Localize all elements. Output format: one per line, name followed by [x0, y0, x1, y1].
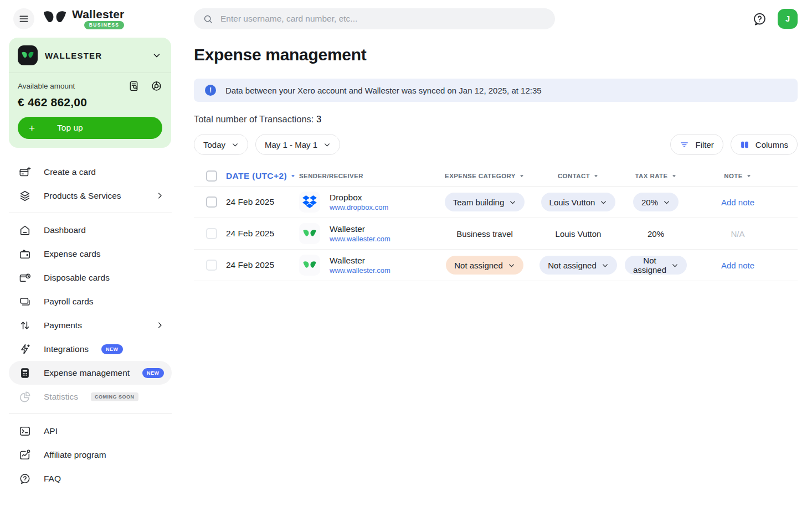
- chevron-down-icon: [152, 51, 161, 60]
- calculator-icon: [19, 367, 31, 379]
- account-name: WALLESTER: [45, 51, 145, 60]
- sidebar-item-label: Expense cards: [44, 249, 101, 259]
- sidebar-item-expense-management[interactable]: Expense managementNEW: [9, 361, 172, 385]
- date-range-dropdown[interactable]: May 1 - May 1: [255, 134, 340, 155]
- chevron-down-icon: [232, 141, 239, 148]
- table-row: 24 Feb 2025Dropboxwww.dropbox.comTeam bu…: [194, 187, 798, 218]
- account-balance: Available amount € 462 862,00 + Top up: [9, 73, 171, 148]
- contact-select[interactable]: Not assigned: [539, 256, 617, 275]
- sidebar-item-payroll-cards[interactable]: Payroll cards: [9, 289, 172, 313]
- sidebar-item-label: API: [44, 426, 58, 436]
- merchant-url[interactable]: www.dropbox.com: [330, 203, 388, 211]
- transfers-icon: [19, 319, 31, 332]
- sidebar-item-payments[interactable]: Payments: [9, 313, 172, 337]
- contact-select[interactable]: Louis Vutton: [541, 193, 616, 211]
- sidebar-item-label: Dashboard: [44, 225, 86, 235]
- sidebar-item-affiliate-program[interactable]: Affiliate program: [9, 443, 172, 467]
- payroll-icon: [19, 296, 31, 308]
- expense-category-select[interactable]: Team building: [445, 193, 525, 211]
- select-all-checkbox[interactable]: [206, 170, 217, 182]
- limits-icon[interactable]: [151, 80, 162, 92]
- sidebar-item-faq[interactable]: FAQ: [9, 467, 172, 490]
- note-link[interactable]: Add note: [721, 261, 754, 270]
- sidebar-item-disposable-cards[interactable]: Disposable cards: [9, 266, 172, 289]
- columns-button[interactable]: Columns: [731, 134, 798, 155]
- chevron-right-icon: [156, 192, 164, 200]
- contact-value: Louis Vutton: [556, 229, 602, 239]
- main-content: J Expense management ! Data between your…: [172, 0, 812, 507]
- chevron-down-icon: [663, 199, 670, 206]
- sort-caret-icon: [671, 173, 677, 179]
- search-bar[interactable]: [194, 8, 555, 29]
- sort-caret-icon: [746, 173, 752, 179]
- sort-caret-icon: [519, 173, 525, 179]
- sidebar-item-label: Create a card: [44, 167, 96, 177]
- column-header-tax-rate[interactable]: TAX RATE: [625, 173, 687, 179]
- merchant-name: Wallester: [330, 224, 390, 235]
- sort-caret-icon: [593, 173, 599, 179]
- new-badge: NEW: [142, 368, 164, 378]
- sidebar-item-dashboard[interactable]: Dashboard: [9, 218, 172, 242]
- tax-rate-select[interactable]: Not assigned: [625, 256, 687, 275]
- account-card: WALLESTER Available amount € 462 862,00: [9, 38, 171, 148]
- menu-button[interactable]: [13, 8, 34, 29]
- filter-button[interactable]: Filter: [670, 134, 723, 155]
- chevron-down-icon: [508, 262, 515, 269]
- tax-rate-select[interactable]: 20%: [633, 193, 679, 211]
- table-controls: Today May 1 - May 1 Filter Columns: [194, 134, 798, 155]
- available-amount-value: € 462 862,00: [18, 96, 162, 109]
- account-selector[interactable]: WALLESTER: [9, 38, 171, 73]
- search-input[interactable]: [219, 13, 546, 24]
- terminal-icon: [19, 425, 31, 437]
- chevron-down-icon: [509, 199, 516, 206]
- page-title: Expense management: [194, 45, 798, 64]
- sidebar-item-label: Affiliate program: [44, 450, 106, 460]
- sidebar-item-expense-cards[interactable]: Expense cards: [9, 242, 172, 266]
- sort-caret-icon: [290, 173, 296, 179]
- sidebar: Wallester BUSINESS WALLESTER Available a…: [0, 0, 172, 507]
- row-checkbox[interactable]: [206, 228, 217, 239]
- plus-icon: +: [29, 123, 35, 133]
- column-header-date[interactable]: DATE (UTC+2): [226, 171, 299, 181]
- column-header-sender[interactable]: SENDER/RECEIVER: [299, 173, 438, 179]
- note-link[interactable]: Add note: [721, 198, 754, 207]
- brand-name: Wallester: [72, 8, 124, 20]
- sidebar-nav: Create a cardProducts & ServicesDashboar…: [9, 160, 172, 490]
- wallester-logo: Wallester BUSINESS: [42, 8, 124, 29]
- new-badge: NEW: [101, 344, 123, 354]
- period-dropdown[interactable]: Today: [194, 134, 248, 155]
- wallet-icon: [19, 248, 31, 260]
- user-avatar[interactable]: J: [778, 9, 798, 29]
- column-header-note[interactable]: NOTE: [687, 173, 789, 179]
- sidebar-item-products-services[interactable]: Products & Services: [9, 184, 172, 208]
- column-header-category[interactable]: EXPENSE CATEGORY: [438, 173, 532, 179]
- sidebar-item-label: Integrations: [44, 344, 89, 354]
- merchant-url[interactable]: www.wallester.com: [330, 266, 390, 275]
- sidebar-item-label: Statistics: [44, 392, 78, 402]
- sidebar-item-label: Payroll cards: [44, 297, 94, 307]
- transaction-date: 24 Feb 2025: [226, 197, 299, 207]
- row-checkbox[interactable]: [206, 260, 217, 271]
- wallester-logo-icon: [299, 255, 320, 276]
- sidebar-item-integrations[interactable]: IntegrationsNEW: [9, 337, 172, 361]
- sidebar-divider: [9, 413, 172, 414]
- sync-banner-text: Data between your Xero account and Walle…: [225, 86, 542, 95]
- brand-business-badge: BUSINESS: [84, 21, 125, 29]
- merchant-name: Wallester: [330, 256, 390, 266]
- faq-icon: [19, 473, 31, 485]
- table-header-row: DATE (UTC+2) SENDER/RECEIVER EXPENSE CAT…: [194, 166, 798, 187]
- merchant-url[interactable]: www.wallester.com: [330, 235, 390, 243]
- sidebar-item-label: Expense management: [44, 368, 130, 378]
- layers-icon: [19, 190, 31, 202]
- sidebar-item-create-a-card[interactable]: Create a card: [9, 160, 172, 184]
- expense-category-select[interactable]: Not assigned: [446, 256, 523, 275]
- help-button[interactable]: [752, 12, 767, 27]
- top-up-button[interactable]: + Top up: [18, 117, 162, 139]
- sidebar-item-label: Payments: [44, 320, 82, 330]
- row-checkbox[interactable]: [206, 196, 217, 208]
- topbar: J: [194, 0, 798, 38]
- statement-icon[interactable]: [128, 80, 140, 92]
- coming-soon-badge: COMING SOON: [91, 392, 138, 401]
- sidebar-item-api[interactable]: API: [9, 419, 172, 443]
- column-header-contact[interactable]: CONTACT: [532, 173, 625, 179]
